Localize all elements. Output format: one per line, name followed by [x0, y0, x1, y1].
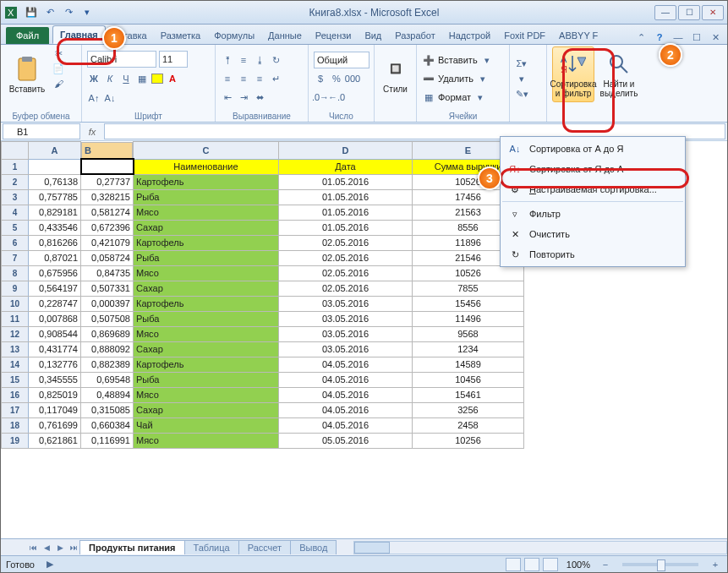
tab-formulas[interactable]: Формулы — [207, 27, 261, 44]
sheet-tab-1[interactable]: Продукты питания — [79, 540, 185, 554]
cell-D17[interactable]: 04.05.2016 — [279, 402, 413, 417]
cell-E17[interactable]: 3256 — [413, 402, 524, 417]
cell-C5[interactable]: Сахар — [134, 220, 279, 235]
cell-C16[interactable]: Мясо — [134, 387, 279, 402]
cell-C10[interactable]: Картофель — [134, 296, 279, 311]
menu-custom-sort[interactable]: ⚙ННастраиваемая сортировка...астраиваема… — [502, 179, 683, 199]
cell-B3[interactable]: 0,328215 — [81, 189, 134, 205]
cell-D10[interactable]: 03.05.2016 — [279, 296, 413, 311]
cell-E10[interactable]: 15456 — [413, 296, 524, 311]
cell-E12[interactable]: 9568 — [413, 326, 524, 341]
minimize-button[interactable]: — — [654, 5, 676, 20]
cell-C14[interactable]: Картофель — [134, 357, 279, 372]
tab-view[interactable]: Вид — [358, 27, 388, 44]
cell-E19[interactable]: 10256 — [413, 433, 524, 448]
cell-B19[interactable]: 0,116991 — [81, 433, 134, 448]
sheet-tab-3[interactable]: Рассчет — [238, 540, 292, 554]
number-format-select[interactable]: Общий — [314, 52, 369, 68]
cell-D5[interactable]: 01.05.2016 — [279, 220, 413, 235]
row-2[interactable]: 2 — [2, 174, 29, 189]
cell-D6[interactable]: 02.05.2016 — [279, 235, 413, 250]
sheet-nav-prev[interactable]: ◀ — [40, 541, 53, 554]
tab-file[interactable]: Файл — [6, 27, 49, 44]
underline-icon[interactable]: Ч — [119, 72, 133, 85]
row-5[interactable]: 5 — [2, 220, 29, 235]
col-A[interactable]: A — [29, 142, 81, 160]
col-D[interactable]: D — [279, 142, 413, 160]
paste-button[interactable]: Вставить — [6, 46, 48, 102]
horizontal-scrollbar[interactable] — [353, 541, 727, 554]
cell-D12[interactable]: 03.05.2016 — [279, 326, 413, 341]
autosum-icon[interactable]: Σ▾ — [515, 57, 528, 70]
tab-review[interactable]: Рецензи — [309, 27, 359, 44]
save-icon[interactable]: 💾 — [25, 6, 38, 19]
cells-format[interactable]: ▦Формат▾ — [422, 89, 487, 106]
cell-C7[interactable]: Рыба — [134, 250, 279, 265]
cell-D16[interactable]: 04.05.2016 — [279, 387, 413, 402]
zoom-slider[interactable] — [622, 563, 698, 566]
cell-B13[interactable]: 0,888092 — [81, 341, 134, 357]
dec-dec-icon[interactable]: ←.0 — [330, 90, 343, 104]
close-button[interactable]: ✕ — [702, 5, 724, 20]
clear-icon[interactable]: ✎▾ — [515, 87, 528, 101]
styles-button[interactable]: 🔲Стили — [380, 46, 411, 102]
cell-B4[interactable]: 0,581274 — [81, 205, 134, 220]
row-10[interactable]: 10 — [2, 296, 29, 311]
cell-D8[interactable]: 02.05.2016 — [279, 265, 413, 281]
cell-A14[interactable]: 0,132776 — [29, 357, 81, 372]
row-3[interactable]: 3 — [2, 189, 29, 205]
cell-A17[interactable]: 0,117049 — [29, 402, 81, 417]
menu-sort-az[interactable]: А↓Сортировка от А до Я — [502, 139, 683, 159]
cell-A7[interactable]: 0,87021 — [29, 250, 81, 265]
cell-B10[interactable]: 0,000397 — [81, 296, 134, 311]
cell-A4[interactable]: 0,829181 — [29, 205, 81, 220]
cell-B6[interactable]: 0,421079 — [81, 235, 134, 250]
format-painter-icon[interactable]: 🖌 — [52, 77, 65, 90]
fill-color-icon[interactable] — [151, 74, 163, 84]
align-top-icon[interactable]: ⭱ — [221, 53, 234, 67]
row-16[interactable]: 16 — [2, 387, 29, 402]
align-center-icon[interactable]: ≡ — [237, 72, 250, 85]
row-4[interactable]: 4 — [2, 205, 29, 220]
cell-D3[interactable]: 01.05.2016 — [279, 189, 413, 205]
row-11[interactable]: 11 — [2, 311, 29, 326]
percent-icon[interactable]: % — [330, 72, 343, 85]
cells-delete[interactable]: ➖Удалить▾ — [422, 70, 490, 87]
cell-C15[interactable]: Рыба — [134, 372, 279, 387]
sheet-nav-first[interactable]: ⏮ — [26, 541, 40, 554]
cell-A12[interactable]: 0,908544 — [29, 326, 81, 341]
view-layout[interactable] — [524, 558, 539, 571]
cell-B12[interactable]: 0,869689 — [81, 326, 134, 341]
tab-data[interactable]: Данные — [261, 27, 309, 44]
align-right-icon[interactable]: ≡ — [253, 72, 266, 85]
cell-C9[interactable]: Сахар — [134, 281, 279, 296]
zoom-value[interactable]: 100% — [567, 559, 590, 570]
cell-C19[interactable]: Мясо — [134, 433, 279, 448]
cell-D7[interactable]: 02.05.2016 — [279, 250, 413, 265]
tab-layout[interactable]: Разметка — [154, 27, 208, 44]
cell-B5[interactable]: 0,672396 — [81, 220, 134, 235]
sheet-tab-4[interactable]: Вывод — [290, 540, 337, 554]
cell-D1[interactable]: Дата — [279, 159, 413, 174]
italic-icon[interactable]: К — [103, 72, 117, 85]
cell-B1[interactable] — [81, 159, 134, 174]
select-all-corner[interactable] — [2, 142, 29, 160]
cell-D9[interactable]: 02.05.2016 — [279, 281, 413, 296]
cell-A6[interactable]: 0,816266 — [29, 235, 81, 250]
cell-D19[interactable]: 05.05.2016 — [279, 433, 413, 448]
font-size-select[interactable]: 11 — [159, 51, 188, 68]
zoom-out[interactable]: − — [599, 558, 612, 571]
cell-D13[interactable]: 03.05.2016 — [279, 341, 413, 357]
font-family-select[interactable]: Calibri — [87, 51, 156, 68]
cell-A19[interactable]: 0,621861 — [29, 433, 81, 448]
font-color-icon[interactable]: А — [166, 72, 179, 85]
row-15[interactable]: 15 — [2, 372, 29, 387]
find-select-button[interactable]: Найти и выделить — [598, 46, 640, 102]
fx-label[interactable]: fx — [82, 127, 102, 137]
view-break[interactable] — [543, 558, 558, 571]
cell-E16[interactable]: 15461 — [413, 387, 524, 402]
row-14[interactable]: 14 — [2, 357, 29, 372]
align-mid-icon[interactable]: ≡ — [237, 53, 250, 67]
cell-B8[interactable]: 0,84735 — [81, 265, 134, 281]
cell-C6[interactable]: Картофель — [134, 235, 279, 250]
